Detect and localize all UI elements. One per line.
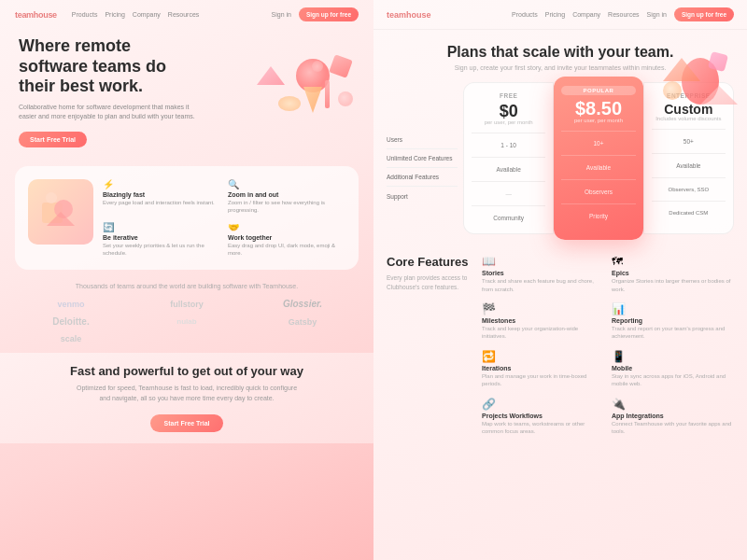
core-features-grid: 📖 Stories Track and share each feature b… — [482, 255, 734, 435]
label-core: Unlimited Core Features — [387, 149, 458, 168]
plan-popular-price: $8.50 — [561, 99, 635, 118]
zoom-icon: 🔍 — [228, 179, 345, 189]
nav-signin[interactable]: Sign in — [272, 11, 291, 18]
logos-title: Thousands of teams around the world are … — [15, 283, 359, 289]
nav-cta-button[interactable]: Sign up for free — [299, 7, 359, 21]
left-panel: teamhouse Products Pricing Company Resou… — [0, 0, 374, 560]
feature-iterate-desc: Set your weekly priorities & let us run … — [103, 242, 220, 258]
cta-section: Fast and powerful to get out of your way… — [0, 353, 374, 443]
feature-zoom: 🔍 Zoom in and out Zoom in / filter to se… — [228, 179, 345, 215]
core-features-section: Core Features Every plan provides access… — [374, 242, 747, 444]
plan-free-core: Available — [472, 163, 545, 175]
plan-popular-users: 10+ — [561, 137, 635, 149]
plan-popular-per: per user, per month — [561, 118, 635, 123]
cta-title: Fast and powerful to get out of your way — [19, 364, 355, 378]
features-grid: ⚡ Blazingly fast Every page load and int… — [103, 179, 345, 258]
svg-rect-2 — [329, 54, 353, 78]
integrations-name: App Integrations — [612, 413, 734, 419]
features-thumbnail — [28, 179, 93, 245]
label-users: Users — [387, 131, 458, 149]
plan-popular: POPULAR $8.50 per user, per month 10+ Av… — [554, 77, 642, 240]
workflows-name: Projects Workflows — [482, 413, 604, 419]
stories-desc: Track and share each feature bug and cho… — [482, 277, 604, 293]
svg-rect-6 — [325, 80, 330, 108]
fast-icon: ⚡ — [103, 179, 220, 189]
hero-illustration — [224, 38, 374, 141]
right-nav-signin[interactable]: Sign in — [647, 11, 667, 18]
right-nav-company[interactable]: Company — [572, 11, 600, 18]
feature-iterate-title: Be iterative — [103, 234, 220, 241]
logo-nulab: nulab — [131, 317, 243, 326]
plan-enterprise-users: 50+ — [652, 135, 726, 147]
right-nav-cta-button[interactable]: Sign up for free — [674, 7, 734, 21]
iterate-icon: 🔄 — [103, 222, 220, 232]
plan-free-label: FREE — [472, 92, 545, 99]
right-nav-products[interactable]: Products — [512, 11, 538, 18]
hero-subtitle: Collaborative home for software developm… — [19, 103, 196, 122]
plan-free: FREE $0 per user, per month 1 - 10 Avail… — [463, 82, 554, 234]
plan-free-users: 1 - 10 — [472, 139, 545, 151]
epics-icon: 🗺 — [612, 255, 734, 268]
hero-title: Where remote software teams do their bes… — [19, 36, 187, 97]
core-feature-integrations: 🔌 App Integrations Connect Teamhouse wit… — [612, 398, 734, 436]
core-features-subtitle: Every plan provides access to Clubhouse'… — [387, 273, 471, 292]
plan-free-price: $0 — [472, 103, 545, 119]
iterations-name: Iterations — [482, 365, 604, 371]
left-nav: teamhouse Products Pricing Company Resou… — [0, 0, 374, 29]
svg-point-3 — [278, 96, 301, 111]
workflows-desc: Map work to teams, workstreams or other … — [482, 420, 604, 436]
feature-together-title: Work together — [228, 234, 345, 241]
epics-name: Epics — [612, 270, 734, 276]
plan-enterprise-core: Available — [652, 160, 726, 172]
right-panel: teamhouse Products Pricing Company Resou… — [374, 0, 747, 560]
feature-zoom-title: Zoom in and out — [228, 191, 345, 198]
svg-point-11 — [46, 192, 57, 203]
features-card: ⚡ Blazingly fast Every page load and int… — [15, 166, 359, 271]
milestones-desc: Track and keep your organization-wide in… — [482, 325, 604, 341]
reporting-icon: 📊 — [612, 302, 734, 315]
workflows-icon: 🔗 — [482, 398, 604, 411]
svg-point-5 — [338, 91, 353, 106]
nav-pricing[interactable]: Pricing — [105, 11, 124, 18]
hero-section: Where remote software teams do their bes… — [0, 29, 374, 147]
core-feature-workflows: 🔗 Projects Workflows Map work to teams, … — [482, 398, 604, 436]
left-nav-links: Products Pricing Company Resources — [72, 11, 264, 18]
cta-button[interactable]: Start Free Trial — [150, 414, 222, 432]
mobile-icon: 📱 — [612, 350, 734, 363]
nav-resources[interactable]: Resources — [168, 11, 199, 18]
right-nav-pricing[interactable]: Pricing — [545, 11, 565, 18]
logos-section: Thousands of teams around the world are … — [0, 270, 374, 353]
plan-free-additional: — — [472, 188, 545, 200]
feature-iterate: 🔄 Be iterative Set your weekly prioritie… — [103, 222, 220, 258]
stories-name: Stories — [482, 270, 604, 276]
iterations-desc: Plan and manage your work in time-boxed … — [482, 372, 604, 388]
feature-zoom-desc: Zoom in / filter to see how everything i… — [228, 199, 345, 215]
core-features-left: Core Features Every plan provides access… — [387, 255, 471, 435]
milestones-name: Milestones — [482, 317, 604, 324]
nav-company[interactable]: Company — [133, 11, 161, 18]
reporting-name: Reporting — [612, 317, 734, 324]
logos-grid: venmo fullstory Glossier. Deloitte. nula… — [15, 299, 359, 343]
hero-cta-button[interactable]: Start Free Trial — [19, 132, 87, 147]
core-features-title: Core Features — [387, 255, 471, 270]
reporting-desc: Track and report on your team's progress… — [612, 325, 734, 341]
integrations-desc: Connect Teamhouse with your favorite app… — [612, 420, 734, 436]
cta-subtitle: Optimized for speed, Teamhouse is fast t… — [75, 384, 299, 403]
plan-popular-additional: Observers — [561, 186, 635, 198]
mobile-name: Mobile — [612, 365, 734, 371]
feature-fast-desc: Every page load and interaction feels in… — [103, 199, 220, 206]
feature-together: 🤝 Work together Easy drag and drop UI, d… — [228, 222, 345, 258]
pricing-row-labels: Users Unlimited Core Features Additional… — [387, 82, 463, 234]
svg-marker-4 — [257, 66, 285, 85]
plan-free-support: Community — [472, 212, 545, 224]
plan-popular-core: Available — [561, 161, 635, 174]
svg-marker-1 — [303, 87, 322, 113]
label-additional: Additional Features — [387, 168, 458, 187]
plan-free-per: per user, per month — [472, 119, 545, 125]
label-support: Support — [387, 187, 458, 205]
feature-fast-title: Blazingly fast — [103, 191, 220, 198]
nav-products[interactable]: Products — [72, 11, 98, 18]
right-nav-resources[interactable]: Resources — [608, 11, 639, 18]
svg-point-7 — [312, 61, 323, 72]
logo-scale: scale — [15, 334, 127, 343]
